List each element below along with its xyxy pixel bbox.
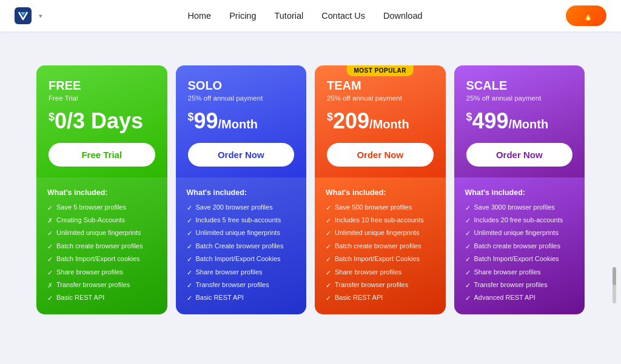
feature-text: Transfer browser profiles: [56, 280, 130, 290]
check-icon: ✓: [187, 281, 192, 290]
check-icon: ✓: [47, 268, 53, 277]
feature-text: Batch Import/Export cookies: [56, 254, 140, 263]
card-top: SCALE 25% off annual payment $499/Month …: [454, 65, 585, 177]
navbar: ▾ Home Pricing Tutorial Contact Us Downl…: [0, 0, 621, 31]
feature-item: ✓ Includes 20 free sub-accounts: [465, 216, 574, 225]
check-icon: ✓: [187, 204, 192, 213]
feature-item: ✓ Unlimited unique fingerprints: [47, 228, 156, 238]
card-annual-note: 25% off annual payment: [466, 94, 573, 102]
check-icon: ✓: [465, 268, 471, 277]
check-icon: ✓: [326, 268, 331, 277]
plan-card-solo: SOLO 25% off annual payment $99/Month Or…: [176, 65, 307, 314]
check-icon: ✓: [326, 294, 331, 303]
check-icon: ✓: [465, 281, 471, 290]
feature-text: Transfer browser profiles: [335, 280, 408, 290]
language-selector[interactable]: ▾: [39, 12, 44, 20]
check-icon: ✓: [187, 229, 192, 238]
card-name: TEAM: [327, 79, 434, 93]
feature-text: Transfer browser profiles: [474, 280, 548, 290]
feature-item: ✓ Batch Import/Export Cookies: [326, 254, 435, 264]
card-cta-button[interactable]: Order Now: [466, 143, 573, 167]
check-icon: ✓: [47, 229, 53, 238]
feature-text: Basic REST API: [335, 293, 383, 302]
logo[interactable]: [15, 7, 35, 24]
main-content: FREE Free Trial $0/3 Days Free Trial Wha…: [0, 31, 621, 339]
nav-contact[interactable]: Contact Us: [321, 11, 365, 21]
feature-list: ✓ Save 200 browser profiles ✓ Includes 5…: [187, 203, 296, 303]
nav-links: Home Pricing Tutorial Contact Us Downloa…: [187, 11, 422, 21]
scrollbar[interactable]: [613, 267, 616, 303]
card-top: TEAM 25% off annual payment $209/Month O…: [315, 65, 446, 177]
feature-item: ✗ Creating Sub-Accounts: [47, 216, 156, 225]
feature-text: Batch Create browser profiles: [196, 242, 284, 251]
card-bottom: What's included: ✓ Save 5 browser profil…: [36, 177, 167, 314]
card-top: FREE Free Trial $0/3 Days Free Trial: [36, 65, 167, 177]
nav-home[interactable]: Home: [187, 11, 211, 21]
cross-icon: ✗: [47, 216, 53, 225]
included-title: What's included:: [465, 188, 574, 197]
feature-item: ✓ Save 500 browser profiles: [326, 203, 435, 213]
card-cta-button[interactable]: Free Trial: [49, 143, 155, 167]
check-icon: ✓: [465, 294, 471, 303]
feature-text: Transfer browser profiles: [196, 280, 269, 290]
check-icon: ✓: [326, 229, 331, 238]
feature-item: ✓ Batch create browser profiles: [47, 242, 156, 251]
card-name: SOLO: [188, 79, 295, 93]
nav-tutorial[interactable]: Tutorial: [274, 11, 303, 21]
card-top: SOLO 25% off annual payment $99/Month Or…: [176, 65, 307, 177]
included-title: What's included:: [187, 188, 296, 197]
feature-item: ✓ Batch Import/Export cookies: [47, 254, 156, 264]
feature-item: ✓ Save 3000 browser profiles: [465, 203, 574, 213]
cross-icon: ✗: [47, 281, 53, 290]
feature-text: Batch Import/Export Cookies: [474, 254, 559, 263]
feature-text: Share browser profiles: [56, 268, 123, 277]
feature-item: ✓ Share browser profiles: [187, 268, 296, 277]
feature-text: Batch create browser profiles: [56, 242, 143, 251]
feature-text: Includes 10 free sub-accounts: [335, 216, 424, 225]
feature-text: Share browser profiles: [196, 268, 263, 277]
check-icon: ✓: [47, 255, 53, 264]
feature-item: ✓ Batch create browser profiles: [465, 242, 574, 251]
check-icon: ✓: [326, 216, 331, 225]
feature-text: Share browser profiles: [335, 268, 401, 277]
feature-text: Basic REST API: [196, 293, 244, 302]
card-price: $499/Month: [466, 109, 573, 133]
feature-item: ✓ Save 5 browser profiles: [47, 203, 156, 213]
feature-list: ✓ Save 5 browser profiles ✗ Creating Sub…: [47, 203, 156, 303]
check-icon: ✓: [47, 242, 53, 251]
feature-item: ✓ Transfer browser profiles: [326, 280, 435, 290]
feature-text: Batch Import/Export Cookies: [196, 254, 281, 263]
card-bottom: What's included: ✓ Save 200 browser prof…: [176, 177, 307, 314]
card-annual-note: 25% off annual payment: [188, 94, 295, 102]
feature-item: ✓ Unlimited unique fingerprints: [465, 228, 574, 238]
feature-text: Save 3000 browser profiles: [474, 203, 555, 212]
card-cta-button[interactable]: Order Now: [327, 143, 434, 167]
most-popular-badge: MOST POPULAR: [346, 65, 414, 76]
card-annual-note: Free Trial: [49, 94, 155, 102]
card-price: $0/3 Days: [49, 109, 155, 133]
check-icon: ✓: [465, 229, 471, 238]
feature-item: ✓ Basic REST API: [326, 293, 435, 303]
check-icon: ✓: [465, 216, 471, 225]
card-cta-button[interactable]: Order Now: [188, 143, 295, 167]
logo-icon: [15, 7, 32, 24]
nav-free-trial-button[interactable]: 🔥: [566, 5, 606, 26]
feature-text: Unlimited unique fingerprints: [56, 228, 141, 237]
feature-item: ✓ Basic REST API: [47, 293, 156, 303]
check-icon: ✓: [465, 242, 471, 251]
nav-download[interactable]: Download: [383, 11, 423, 21]
feature-text: Share browser profiles: [474, 268, 541, 277]
check-icon: ✓: [187, 255, 192, 264]
feature-item: ✓ Transfer browser profiles: [187, 280, 296, 290]
check-icon: ✓: [187, 242, 192, 251]
feature-item: ✓ Includes 10 free sub-accounts: [326, 216, 435, 225]
pricing-grid: FREE Free Trial $0/3 Days Free Trial Wha…: [36, 65, 585, 314]
feature-text: Unlimited unique fingerprints: [474, 228, 559, 237]
plan-card-free: FREE Free Trial $0/3 Days Free Trial Wha…: [36, 65, 167, 314]
nav-pricing[interactable]: Pricing: [229, 11, 256, 21]
feature-item: ✓ Batch Import/Export Cookies: [465, 254, 574, 264]
check-icon: ✓: [326, 242, 331, 251]
feature-item: ✓ Share browser profiles: [465, 268, 574, 277]
feature-item: ✓ Unlimited unique fingerprints: [187, 228, 296, 238]
feature-text: Save 5 browser profiles: [56, 203, 126, 212]
